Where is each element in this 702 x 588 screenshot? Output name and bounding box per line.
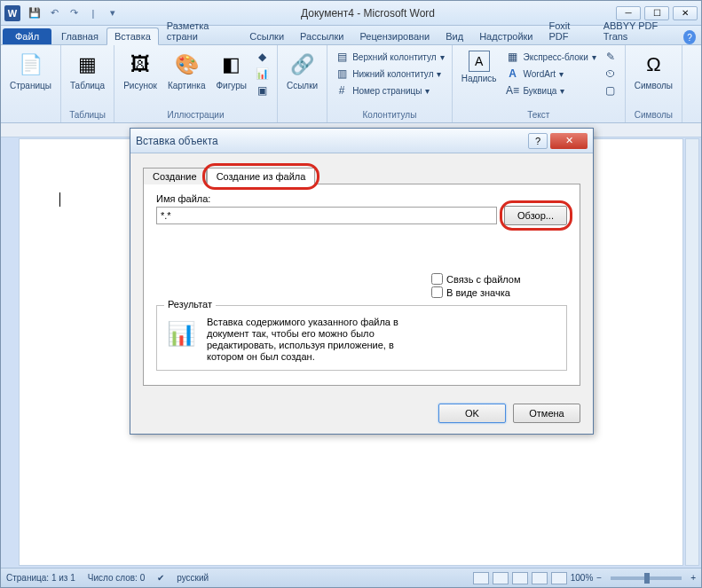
result-description: Вставка содержимого указанного файла в д… [207,317,420,363]
view-draft[interactable] [551,572,567,584]
link-to-file-checkbox[interactable]: Связь с файлом [431,273,567,285]
tab-review[interactable]: Рецензировани [351,27,438,44]
tab-file[interactable]: Файл [3,28,51,44]
chart-button[interactable]: 📊 [254,66,272,82]
header-icon: ▤ [335,50,349,64]
status-language[interactable]: русский [177,573,209,583]
page-icon: 📄 [16,51,44,79]
zoom-thumb[interactable] [644,573,650,584]
group-label-symbols: Символы [631,109,676,121]
symbols-button[interactable]: ΩСимволы [631,49,676,92]
view-outline[interactable] [532,572,548,584]
tab-foxit[interactable]: Foxit PDF [541,17,596,44]
dialog-body: Создание Создание из файла Имя файла: Об… [130,153,593,395]
word-app-icon: W [4,5,20,21]
help-icon[interactable]: ? [683,30,696,44]
ribbon-tabs: Файл Главная Вставка Разметка страни Ссы… [1,26,701,45]
redo-icon[interactable]: ↷ [67,6,81,20]
picture-icon: 🖼 [126,51,154,79]
tab-insert[interactable]: Вставка [106,27,159,45]
chart-icon: 📊 [256,67,270,81]
group-links: 🔗Ссылки [278,45,327,122]
ribbon: 📄 Страницы ▦ Таблица Таблицы 🖼Рисунок 🎨К… [1,45,701,123]
group-label-tables: Таблицы [67,109,108,121]
omega-icon: Ω [639,51,667,79]
shapes-button[interactable]: ◧Фигуры [212,49,249,92]
group-label-illustrations: Иллюстрации [120,109,272,121]
dropcap-button[interactable]: A≡Буквица ▾ [504,82,598,98]
filename-input[interactable] [156,207,497,224]
quickparts-icon: ▦ [506,50,520,64]
filename-label: Имя файла: [156,193,567,204]
footer-button[interactable]: ▥Нижний колонтитул ▾ [333,66,446,82]
group-illustrations: 🖼Рисунок 🎨Картинка ◧Фигуры ◆ 📊 ▣ Иллюстр… [114,45,278,122]
links-button[interactable]: 🔗Ссылки [283,49,321,92]
zoom-in-button[interactable]: + [690,573,696,583]
dialog-close-button[interactable]: ✕ [550,133,588,149]
group-header-footer: ▤Верхний колонтитул ▾ ▥Нижний колонтитул… [327,45,453,122]
undo-icon[interactable]: ↶ [47,6,61,20]
datetime-icon: ⏲ [603,67,618,81]
tab-create-new[interactable]: Создание [143,168,207,184]
save-icon[interactable]: 💾 [28,6,42,20]
page-number-button[interactable]: #Номер страницы ▾ [333,82,446,98]
tab-view[interactable]: Вид [438,27,471,44]
header-button[interactable]: ▤Верхний колонтитул ▾ [333,49,446,65]
zoom-out-button[interactable]: − [596,573,602,583]
screenshot-button[interactable]: ▣ [254,82,272,98]
smartart-icon: ◆ [256,50,270,64]
ok-button[interactable]: OK [438,404,506,423]
browse-button[interactable]: Обзор... [504,206,567,225]
dialog-tabs: Создание Создание из файла [143,168,580,184]
quick-access-toolbar: 💾 ↶ ↷ | ▾ [28,6,120,20]
zoom-slider[interactable] [611,576,682,580]
status-bar: Страница: 1 из 1 Число слов: 0 ✔ русский… [1,568,701,587]
clipart-button[interactable]: 🎨Картинка [164,49,209,92]
view-print-layout[interactable] [473,572,489,584]
status-spellcheck[interactable]: ✔ [157,573,164,583]
picture-button[interactable]: 🖼Рисунок [120,49,161,92]
main-window: W 💾 ↶ ↷ | ▾ Документ4 - Microsoft Word ─… [0,0,702,588]
link-icon: 🔗 [288,51,317,79]
tab-abbyy[interactable]: ABBYY PDF Trans [596,17,683,44]
tab-addins[interactable]: Надстройки [471,27,540,44]
textbox-button[interactable]: AНадпись [458,49,501,85]
quickparts-button[interactable]: ▦Экспресс-блоки ▾ [504,49,598,65]
clipart-icon: 🎨 [172,51,201,79]
page-number-icon: # [335,83,349,98]
dialog-title: Вставка объекта [136,135,528,147]
smartart-button[interactable]: ◆ [254,49,272,65]
view-full-screen[interactable] [493,572,509,584]
dialog-help-button[interactable]: ? [528,133,548,149]
zoom-level[interactable]: 100% [571,573,594,583]
dialog-titlebar[interactable]: Вставка объекта ? ✕ [130,129,593,153]
result-legend: Результат [164,299,216,310]
tab-create-from-file[interactable]: Создание из файла [207,168,316,184]
pages-button[interactable]: 📄 Страницы [6,49,55,92]
cancel-button[interactable]: Отмена [513,404,580,423]
view-web-layout[interactable] [512,572,528,584]
group-text: AНадпись ▦Экспресс-блоки ▾ AWordArt ▾ A≡… [453,45,626,122]
status-word-count[interactable]: Число слов: 0 [88,573,145,583]
qat-divider: | [86,6,100,20]
textbox-icon: A [469,51,490,72]
vertical-scrollbar[interactable] [685,138,699,566]
datetime-button[interactable]: ⏲ [602,66,619,82]
tab-mailings[interactable]: Рассылки [292,27,351,44]
signature-icon: ✎ [603,50,618,64]
tab-references[interactable]: Ссылки [241,27,292,44]
text-cursor [59,192,60,207]
table-button[interactable]: ▦ Таблица [67,49,108,92]
object-button[interactable]: ▢ [602,82,619,98]
tab-home[interactable]: Главная [53,27,106,44]
object-icon: ▢ [603,83,618,98]
result-icon: 📊 [164,317,198,350]
status-page[interactable]: Страница: 1 из 1 [6,573,75,583]
wordart-button[interactable]: AWordArt ▾ [504,66,598,82]
group-tables: ▦ Таблица Таблицы [61,45,114,122]
insert-object-dialog: Вставка объекта ? ✕ Создание Создание из… [130,128,594,435]
signature-button[interactable]: ✎ [602,49,619,65]
tab-page-layout[interactable]: Разметка страни [159,17,242,44]
display-as-icon-checkbox[interactable]: В виде значка [431,286,567,298]
qat-dropdown-icon[interactable]: ▾ [106,6,120,20]
